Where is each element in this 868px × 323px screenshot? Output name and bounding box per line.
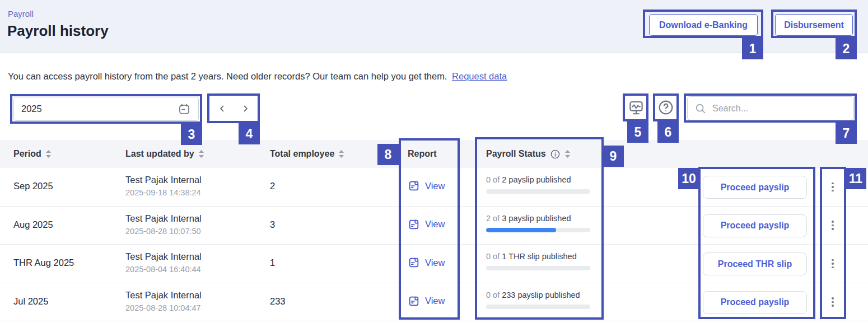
report-file-icon xyxy=(408,256,420,269)
prev-year-button[interactable] xyxy=(215,101,230,116)
publish-progress-bar xyxy=(486,266,590,270)
notice-text: You can access payroll history from the … xyxy=(8,71,447,81)
status-count: 2 of xyxy=(486,214,500,223)
payroll-status-cell: 0 of 1 THR slip published xyxy=(486,252,592,270)
column-header-total-employee[interactable]: Total employee xyxy=(270,140,344,168)
search-icon xyxy=(694,102,707,115)
sort-icon xyxy=(338,149,344,158)
sort-icon xyxy=(198,149,204,158)
kebab-menu-button[interactable] xyxy=(825,294,841,310)
status-count: 0 of xyxy=(486,252,500,261)
status-text: 2 payslip published xyxy=(502,175,571,184)
view-label: View xyxy=(425,219,445,230)
column-header-period[interactable]: Period xyxy=(13,140,52,168)
publish-progress-bar xyxy=(486,189,590,194)
publish-progress-fill xyxy=(486,228,556,232)
report-file-icon xyxy=(408,180,420,192)
publish-progress-bar xyxy=(486,228,590,232)
payroll-status-cell: 2 of 3 payslip published xyxy=(486,214,592,232)
payroll-status-cell: 0 of 2 payslip published xyxy=(486,175,592,194)
period-cell: Jul 2025 xyxy=(13,296,48,307)
next-year-button[interactable] xyxy=(238,101,253,116)
updated-by-name: Test Pajak Internal xyxy=(125,213,202,224)
top-bar: Payroll Payroll history Download e-Banki… xyxy=(0,0,868,53)
payroll-history-table: Sep 2025 Test Pajak Internal 2025-09-18 … xyxy=(0,168,868,321)
sort-icon xyxy=(45,149,52,158)
total-employee-cell: 233 xyxy=(270,296,286,307)
status-text: 233 payslip published xyxy=(502,291,580,299)
kebab-menu-button[interactable] xyxy=(825,218,841,233)
search-input[interactable]: Search... xyxy=(687,96,854,120)
view-report-link[interactable]: View xyxy=(408,180,445,192)
download-ebanking-button[interactable]: Download e-Banking xyxy=(649,14,758,36)
report-file-icon xyxy=(408,218,420,231)
table-row: Jul 2025 Test Pajak Internal 2025-08-28 … xyxy=(0,283,868,322)
year-value: 2025 xyxy=(21,104,178,114)
view-label: View xyxy=(425,181,445,191)
activity-monitor-icon[interactable] xyxy=(625,96,647,119)
info-icon[interactable] xyxy=(550,149,561,160)
status-text: 3 payslip published xyxy=(502,214,571,223)
history-notice: You can access payroll history from the … xyxy=(8,71,507,82)
status-count: 0 of xyxy=(486,291,500,299)
column-header-report: Report xyxy=(408,140,437,168)
total-employee-cell: 1 xyxy=(270,258,275,268)
year-select[interactable]: 2025 xyxy=(13,97,199,121)
view-label: View xyxy=(425,258,445,268)
sort-icon xyxy=(564,149,571,158)
updated-by-name: Test Pajak Internal xyxy=(125,290,202,301)
table-header: Period Last updated by Total employee Re… xyxy=(0,140,868,168)
updated-at-timestamp: 2025-08-28 10:04:47 xyxy=(125,303,201,312)
column-header-last-updated-by[interactable]: Last updated by xyxy=(125,140,204,168)
view-report-link[interactable]: View xyxy=(408,218,445,231)
help-icon[interactable] xyxy=(655,96,677,119)
updated-by-name: Test Pajak Internal xyxy=(125,251,202,262)
year-pager xyxy=(211,97,257,120)
report-file-icon xyxy=(408,295,420,307)
status-count: 0 of xyxy=(486,175,500,184)
search-placeholder: Search... xyxy=(712,104,748,114)
column-header-payroll-status[interactable]: Payroll Status xyxy=(486,140,571,168)
updated-by-name: Test Pajak Internal xyxy=(125,175,202,185)
updated-at-timestamp: 2025-08-04 16:40:44 xyxy=(125,265,201,274)
disbursement-button[interactable]: Disbursement xyxy=(775,14,853,36)
breadcrumb-payroll[interactable]: Payroll xyxy=(8,9,34,18)
view-label: View xyxy=(425,296,445,306)
total-employee-cell: 2 xyxy=(270,181,275,191)
publish-progress-bar xyxy=(486,305,590,309)
kebab-menu-button[interactable] xyxy=(825,179,841,195)
table-row: Aug 2025 Test Pajak Internal 2025-08-28 … xyxy=(0,207,868,245)
proceed-button[interactable]: Proceed THR slip xyxy=(703,252,807,275)
calendar-icon xyxy=(178,102,191,116)
total-employee-cell: 3 xyxy=(270,219,275,230)
updated-at-timestamp: 2025-08-28 10:07:50 xyxy=(125,227,201,236)
proceed-button[interactable]: Proceed payslip xyxy=(703,214,807,237)
page-title: Payroll history xyxy=(7,22,109,40)
view-report-link[interactable]: View xyxy=(408,295,445,307)
period-cell: THR Aug 2025 xyxy=(13,258,74,268)
status-text: 1 THR slip published xyxy=(502,252,577,261)
proceed-button[interactable]: Proceed payslip xyxy=(703,176,807,199)
table-row: Sep 2025 Test Pajak Internal 2025-09-18 … xyxy=(0,168,868,207)
kebab-menu-button[interactable] xyxy=(825,256,841,271)
updated-at-timestamp: 2025-09-18 14:38:24 xyxy=(125,188,201,197)
payroll-status-cell: 0 of 233 payslip published xyxy=(486,291,592,309)
table-row: THR Aug 2025 Test Pajak Internal 2025-08… xyxy=(0,245,868,283)
view-report-link[interactable]: View xyxy=(408,256,445,269)
request-data-link[interactable]: Request data xyxy=(452,71,507,81)
period-cell: Aug 2025 xyxy=(13,219,53,230)
proceed-button[interactable]: Proceed payslip xyxy=(703,291,807,314)
period-cell: Sep 2025 xyxy=(13,181,53,191)
